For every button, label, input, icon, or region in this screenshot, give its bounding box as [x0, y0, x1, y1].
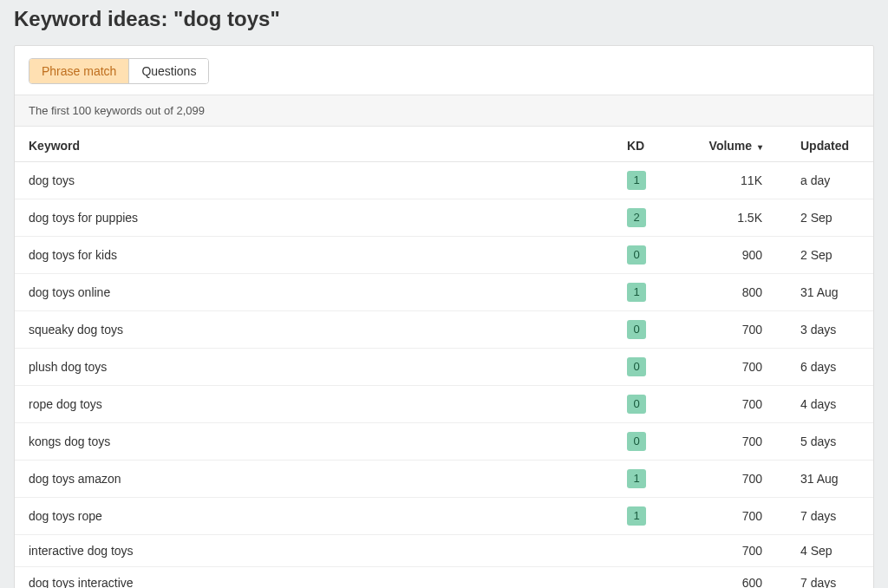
volume-cell: 700 [682, 498, 787, 535]
page-title: Keyword ideas: "dog toys" [0, 0, 888, 45]
updated-cell: 2 Sep [787, 237, 873, 274]
kd-cell: 0 [613, 386, 682, 423]
tab-questions[interactable]: Questions [128, 59, 208, 83]
kd-cell: 0 [613, 349, 682, 386]
keyword-cell[interactable]: dog toys [29, 173, 75, 187]
kd-cell: 0 [613, 423, 682, 461]
updated-cell: 6 days [787, 349, 873, 386]
kd-cell: 1 [613, 498, 682, 535]
table-row: kongs dog toys07005 days [15, 423, 873, 461]
kd-cell: 1 [613, 162, 682, 199]
keyword-cell[interactable]: dog toys interactive [29, 576, 134, 588]
volume-cell: 700 [682, 461, 787, 498]
kd-badge: 1 [627, 171, 646, 190]
kd-cell: 0 [613, 237, 682, 274]
table-row: dog toys for kids09002 Sep [15, 237, 873, 274]
table-row: interactive dog toys7004 Sep [15, 535, 873, 567]
volume-cell: 800 [682, 274, 787, 311]
keyword-cell[interactable]: kongs dog toys [29, 434, 110, 448]
tab-phrase-match[interactable]: Phrase match [29, 59, 128, 83]
volume-cell: 700 [682, 386, 787, 423]
col-header-volume[interactable]: Volume ▾ [682, 127, 787, 162]
keyword-cell[interactable]: dog toys amazon [29, 472, 121, 486]
updated-cell: 31 Aug [787, 274, 873, 311]
volume-cell: 1.5K [682, 199, 787, 237]
table-row: dog toys interactive6007 days [15, 567, 873, 589]
kd-cell: 1 [613, 274, 682, 311]
table-row: dog toys online180031 Aug [15, 274, 873, 311]
keyword-panel: Phrase match Questions The first 100 key… [14, 45, 874, 588]
kd-badge: 0 [627, 320, 646, 339]
keyword-cell[interactable]: interactive dog toys [29, 544, 134, 558]
keyword-cell[interactable]: dog toys rope [29, 509, 102, 523]
updated-cell: 7 days [787, 498, 873, 535]
kd-cell [613, 567, 682, 589]
kd-badge: 0 [627, 395, 646, 414]
kd-cell [613, 535, 682, 567]
table-row: dog toys rope17007 days [15, 498, 873, 535]
kd-badge: 1 [627, 283, 646, 302]
updated-cell: 3 days [787, 311, 873, 349]
updated-cell: 2 Sep [787, 199, 873, 237]
updated-cell: 5 days [787, 423, 873, 461]
updated-cell: 4 Sep [787, 535, 873, 567]
table-row: dog toys for puppies21.5K2 Sep [15, 199, 873, 237]
tab-bar: Phrase match Questions [15, 46, 873, 95]
volume-cell: 700 [682, 535, 787, 567]
updated-cell: a day [787, 162, 873, 199]
updated-cell: 31 Aug [787, 461, 873, 498]
table-row: rope dog toys07004 days [15, 386, 873, 423]
keyword-cell[interactable]: dog toys for kids [29, 248, 117, 262]
kd-badge: 0 [627, 432, 646, 451]
info-bar: The first 100 keywords out of 2,099 [15, 95, 873, 127]
col-header-keyword[interactable]: Keyword [15, 127, 613, 162]
sort-desc-icon: ▾ [758, 142, 762, 152]
kd-badge: 0 [627, 357, 646, 376]
kd-badge: 1 [627, 469, 646, 488]
volume-cell: 700 [682, 311, 787, 349]
kd-badge: 2 [627, 208, 646, 227]
volume-cell: 11K [682, 162, 787, 199]
keyword-cell[interactable]: squeaky dog toys [29, 323, 123, 336]
table-row: dog toys111Ka day [15, 162, 873, 199]
col-header-kd[interactable]: KD [613, 127, 682, 162]
keyword-cell[interactable]: rope dog toys [29, 397, 102, 411]
kd-cell: 2 [613, 199, 682, 237]
volume-cell: 600 [682, 567, 787, 589]
kd-badge: 1 [627, 506, 646, 526]
keyword-cell[interactable]: plush dog toys [29, 360, 107, 374]
keyword-cell[interactable]: dog toys for puppies [29, 211, 138, 225]
kd-cell: 0 [613, 311, 682, 349]
col-header-volume-label: Volume [709, 139, 753, 153]
kd-badge: 0 [627, 245, 646, 265]
table-row: squeaky dog toys07003 days [15, 311, 873, 349]
updated-cell: 4 days [787, 386, 873, 423]
volume-cell: 700 [682, 423, 787, 461]
volume-cell: 900 [682, 237, 787, 274]
col-header-updated[interactable]: Updated [787, 127, 873, 162]
tab-group: Phrase match Questions [29, 58, 209, 84]
updated-cell: 7 days [787, 567, 873, 589]
table-row: plush dog toys07006 days [15, 349, 873, 386]
table-row: dog toys amazon170031 Aug [15, 461, 873, 498]
volume-cell: 700 [682, 349, 787, 386]
keyword-cell[interactable]: dog toys online [29, 285, 110, 299]
keyword-table: Keyword KD Volume ▾ Updated dog toys111K… [15, 127, 873, 588]
kd-cell: 1 [613, 461, 682, 498]
